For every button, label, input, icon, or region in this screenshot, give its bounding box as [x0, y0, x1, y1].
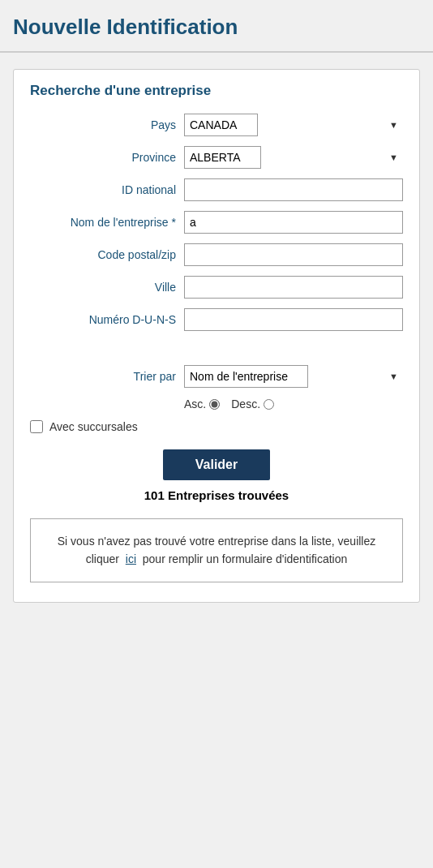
nom-entreprise-label: Nom de l'entreprise *: [30, 216, 184, 229]
code-postal-label: Code postal/zip: [30, 248, 184, 261]
asc-radio-label[interactable]: Asc.: [184, 397, 220, 410]
province-label: Province: [30, 151, 184, 164]
ville-label: Ville: [30, 281, 184, 294]
ville-input[interactable]: [184, 276, 403, 299]
desc-radio[interactable]: [264, 399, 274, 410]
trier-par-select[interactable]: Nom de l'entreprise ID national Ville: [184, 365, 308, 388]
nom-entreprise-input[interactable]: [184, 211, 403, 234]
form-card-title: Recherche d'une entreprise: [30, 83, 403, 99]
province-select[interactable]: ALBERTA ONTARIO QUEBEC: [184, 146, 261, 169]
duns-label: Numéro D-U-N-S: [30, 313, 184, 326]
info-link[interactable]: ici: [126, 552, 136, 565]
desc-radio-label[interactable]: Desc.: [231, 397, 274, 410]
pays-label: Pays: [30, 118, 184, 131]
results-text: 101 Entreprises trouvées: [30, 488, 403, 502]
code-postal-input[interactable]: [184, 243, 403, 266]
page-title: Nouvelle Identification: [0, 0, 433, 53]
succursales-checkbox[interactable]: [30, 420, 43, 433]
duns-input[interactable]: [184, 308, 403, 331]
trier-par-label: Trier par: [30, 370, 184, 383]
asc-radio[interactable]: [209, 399, 220, 410]
valider-button[interactable]: Valider: [163, 449, 270, 480]
id-national-label: ID national: [30, 183, 184, 196]
info-text-after: pour remplir un formulaire d'identificat…: [143, 552, 347, 565]
succursales-label: Avec succursales: [49, 420, 138, 433]
pays-select[interactable]: CANADA FRANCE USA: [184, 114, 258, 136]
id-national-input[interactable]: [184, 178, 403, 201]
info-box: Si vous n'avez pas trouvé votre entrepri…: [30, 518, 403, 582]
